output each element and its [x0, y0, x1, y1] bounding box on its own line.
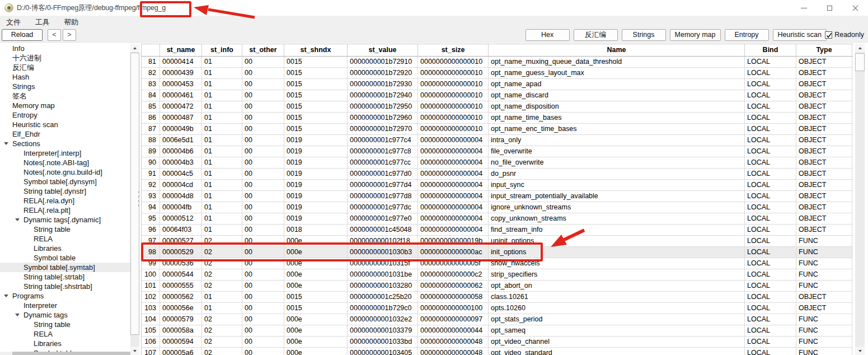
chevron-down-icon[interactable] [4, 295, 8, 297]
sidebar-item-string-table-strtab[interactable]: String table[.strtab] [0, 272, 130, 282]
table-row-93[interactable]: 93000004d8010000190000000001c977d8000000… [142, 191, 853, 202]
column-header-bind[interactable]: Bind [745, 44, 796, 56]
minimize-button[interactable] [791, 0, 817, 16]
table-row-107[interactable]: 107000005a60200000e000000000010340500000… [142, 348, 853, 355]
sidebar-item-rela[interactable]: RELA [0, 329, 130, 339]
sidebar-item-rela-rela-dyn[interactable]: RELA[.rela.dyn] [0, 196, 130, 205]
sidebar-item-notes-note-abi-tag[interactable]: Notes[.note.ABI-tag] [0, 158, 130, 167]
menu-tools[interactable]: 工具 [29, 16, 56, 28]
table-row-87[interactable]: 870000049b010000150000000001b72970000000… [142, 124, 853, 135]
sidebar-item-item[interactable]: 十六进制 [0, 53, 130, 63]
chevron-down-icon[interactable] [15, 314, 20, 316]
table-row-85[interactable]: 8500000472010000150000000001b72950000000… [142, 101, 853, 113]
sidebar-item-programs[interactable]: Programs [0, 291, 130, 301]
readonly-checkbox[interactable] [825, 31, 832, 39]
column-header-type[interactable]: Type [796, 44, 852, 56]
table-row-106[interactable]: 106000005940200000e00000000001033bd00000… [142, 337, 853, 348]
sidebar-item-elf-ehdr[interactable]: Elf_Ehdr [0, 129, 130, 139]
table-row-90[interactable]: 90000004b3010000190000000001c977cc000000… [142, 157, 853, 169]
sidebar-item-entropy[interactable]: Entropy [0, 110, 130, 120]
sidebar-item-string-table[interactable]: String table [0, 225, 130, 234]
sidebar-item-dynamic-tags-dynamic[interactable]: Dynamic tags[.dynamic] [0, 215, 130, 225]
sidebar-item-libraries[interactable]: Libraries [0, 244, 130, 253]
sidebar-item-item[interactable]: 签名 [0, 91, 130, 101]
chevron-down-icon[interactable] [4, 142, 8, 145]
forward-button[interactable]: > [63, 29, 76, 41]
sidebar-item-symbol-table-dynsym[interactable]: Symbol table[.dynsym] [0, 177, 130, 186]
column-header-name[interactable]: Name [489, 44, 745, 56]
sidebar-item-sections[interactable]: Sections [0, 139, 130, 148]
sidebar-item-info[interactable]: Info [0, 44, 130, 53]
sidebar-item-hash[interactable]: Hash [0, 72, 130, 82]
table-row-88[interactable]: 880006e5d1010000190000000001c977c4000000… [142, 135, 853, 146]
sidebar-item-rela-rela-plt[interactable]: RELA[.rela.plt] [0, 205, 130, 215]
scroll-down-icon[interactable] [130, 347, 139, 355]
sidebar-item-string-table[interactable]: String table [0, 320, 130, 329]
column-header-st-name[interactable]: st_name [160, 44, 202, 56]
table-row-96[interactable]: 9600064f03010000180000000001c45048000000… [142, 225, 853, 236]
menu-file[interactable]: 文件 [0, 16, 27, 28]
sidebar-item-rela[interactable]: RELA [0, 234, 130, 244]
column-header-st-other[interactable]: st_other [242, 44, 284, 56]
column-header-st-info[interactable]: st_info [202, 44, 242, 56]
table-row-104[interactable]: 104000005790200000e00000000001032e200000… [142, 314, 853, 325]
hex-button[interactable]: Hex [526, 29, 570, 41]
scroll-up-icon[interactable] [130, 44, 139, 52]
table-row-102[interactable]: 10200000562010000150000000001c25b2000000… [142, 292, 853, 303]
hscrollbar-thumb[interactable] [12, 352, 130, 355]
sidebar-item-interpreter-interp[interactable]: Interpreter[.interp] [0, 148, 130, 158]
table-row-92[interactable]: 92000004cd010000190000000001c977d4000000… [142, 180, 853, 191]
table-row-98[interactable]: 98000005290200000e00000000001030b3000000… [142, 247, 853, 258]
sidebar-item-string-table-shstrtab[interactable]: String table[.shstrtab] [0, 282, 130, 291]
table-row-91[interactable]: 91000004c5010000190000000001c977d0000000… [142, 169, 853, 180]
sidebar-item-dynamic-tags[interactable]: Dynamic tags [0, 310, 130, 320]
sidebar-item-notes-note-gnu-build-id[interactable]: Notes[.note.gnu.build-id] [0, 167, 130, 177]
table-row-86[interactable]: 8600000487010000150000000001b72960000000… [142, 113, 853, 124]
entropy-button[interactable]: Entropy [725, 29, 769, 41]
table-row-95[interactable]: 9500000512010000190000000001c977e0000000… [142, 213, 853, 225]
table-row-83[interactable]: 8300000453010000150000000001b72930000000… [142, 79, 853, 90]
table-row-89[interactable]: 89000004b6010000190000000001c977c8000000… [142, 146, 853, 157]
splitter-handle[interactable] [138, 191, 140, 209]
maximize-button[interactable] [817, 0, 842, 16]
scroll-up-icon[interactable] [855, 44, 865, 52]
table-row-94[interactable]: 94000004fb010000190000000001c977dc000000… [142, 202, 853, 213]
scroll-down-icon[interactable] [855, 347, 865, 355]
column-header-st-shndx[interactable]: st_shndx [284, 44, 348, 56]
row-number: 102 [142, 292, 160, 302]
table-row-100[interactable]: 100000005440200000e00000000001031be00000… [142, 269, 853, 281]
table-row-81[interactable]: 8100000414010000150000000001b72910000000… [142, 57, 853, 68]
column-header-st-value[interactable]: st_value [348, 44, 418, 56]
sidebar-item-memory-map[interactable]: Memory map [0, 101, 130, 110]
scrollbar-thumb[interactable] [855, 53, 865, 71]
column-header-st-size[interactable]: st_size [418, 44, 489, 56]
memory-map-button[interactable]: Memory map [670, 29, 721, 41]
menu-help[interactable]: 帮助 [58, 16, 85, 28]
sidebar-item-symbol-table[interactable]: Symbol table [0, 253, 130, 263]
sidebar-item-string-table-dynstr[interactable]: String table[.dynstr] [0, 186, 130, 196]
sidebar-item-libraries[interactable]: Libraries [0, 339, 130, 348]
close-button[interactable] [842, 0, 868, 16]
table-row-103[interactable]: 1030000056e010000150000000001b729c000000… [142, 303, 853, 314]
cell-bind: LOCAL [745, 124, 796, 134]
strings-button[interactable]: Strings [622, 29, 666, 41]
table-row-105[interactable]: 1050000058a0200000e000000000010337900000… [142, 325, 853, 337]
cell-bind: LOCAL [745, 68, 796, 78]
table-row-97[interactable]: 97000005270200000e0000000000102f18000000… [142, 236, 853, 247]
sidebar-item-strings[interactable]: Strings [0, 82, 130, 91]
sidebar-item-interpreter[interactable]: Interpreter [0, 301, 130, 310]
table-row-101[interactable]: 101000005550200000e000000000010328000000… [142, 281, 853, 292]
reload-button[interactable]: Reload [2, 29, 43, 41]
sidebar-item-symbol-table-symtab[interactable]: Symbol table[.symtab] [0, 263, 130, 272]
table-scrollbar[interactable] [855, 44, 865, 355]
sidebar-hscrollbar[interactable] [0, 352, 130, 355]
heuristic-scan-button[interactable]: Heuristic scan [773, 29, 827, 41]
sidebar-item-item[interactable]: 反汇编 [0, 63, 130, 72]
sidebar-item-heuristic-scan[interactable]: Heuristic scan [0, 120, 130, 129]
table-row-84[interactable]: 8400000461010000150000000001b72940000000… [142, 90, 853, 101]
back-button[interactable]: < [48, 29, 61, 41]
chevron-down-icon[interactable] [15, 218, 20, 221]
disassembly-button[interactable]: 反汇编 [574, 29, 618, 41]
table-row-99[interactable]: 99000005360200000e000000000010315f000000… [142, 258, 853, 269]
table-row-82[interactable]: 8200000439010000150000000001b72920000000… [142, 68, 853, 79]
